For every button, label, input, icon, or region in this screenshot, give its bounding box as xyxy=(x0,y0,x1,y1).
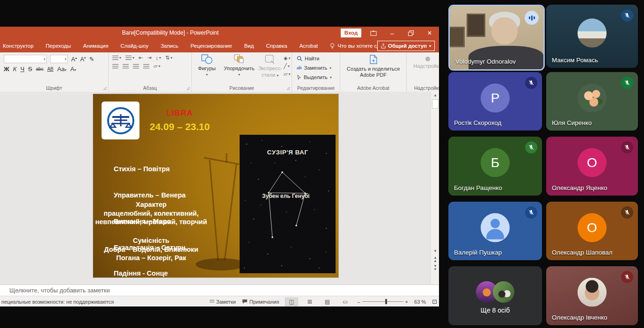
decrease-indent-icon[interactable]: ⇤ xyxy=(139,55,143,61)
character-spacing-button[interactable]: АВ xyxy=(47,66,53,72)
replace-button[interactable]: ab Заменить ▾ xyxy=(292,63,340,73)
align-center-button[interactable] xyxy=(123,64,129,69)
participant-tile[interactable]: Валерій Пушкар xyxy=(448,202,542,260)
next-slide-button[interactable]: ▼ xyxy=(433,268,437,271)
restore-button[interactable] xyxy=(402,27,420,39)
zoom-in-button[interactable]: + xyxy=(405,299,408,305)
subscript-button[interactable]: abc xyxy=(36,66,44,72)
grow-font-button[interactable]: А▴ xyxy=(71,56,77,63)
addins-group: Надстройки Надстройки xyxy=(407,52,439,92)
minimize-button[interactable]: – xyxy=(383,27,402,39)
line-spacing-button[interactable]: ↕▾ xyxy=(155,55,161,61)
create-pdf-button[interactable]: Создать и поделиться Adobe PDF xyxy=(340,52,406,78)
zoom-out-button[interactable]: – xyxy=(357,299,360,305)
slide-canvas[interactable]: LIBRA 24.09 – 23.10 Стихія – Повітря Упр… xyxy=(0,92,431,284)
tab-view[interactable]: Вид xyxy=(244,43,254,49)
text-direction-button[interactable]: ⇅▾ xyxy=(165,55,172,61)
previous-slide-button[interactable]: ▲ xyxy=(433,259,437,262)
login-button[interactable]: Вход xyxy=(341,29,361,37)
mic-muted-icon xyxy=(621,9,633,22)
tab-help[interactable]: Справка xyxy=(266,43,287,49)
slide-sorter-view-button[interactable]: ⊞ xyxy=(304,298,315,306)
participant-name: Максим Ромась xyxy=(552,57,598,64)
cursor-icon xyxy=(297,74,301,80)
notes-toggle[interactable]: Заметки xyxy=(210,299,236,305)
overflow-count: Ще 8 осіб xyxy=(448,306,542,314)
libra-sign-icon xyxy=(102,102,139,139)
scroll-up-icon[interactable]: ▲ xyxy=(433,93,437,97)
participant-tile[interactable]: Volodymyr Odnoralov xyxy=(448,5,545,71)
avatar: О xyxy=(578,213,607,242)
dialog-launcher-icon[interactable]: ◿ xyxy=(103,86,106,90)
ribbon-display-options-icon[interactable] xyxy=(364,27,383,39)
addins-button[interactable]: Надстройки xyxy=(407,52,439,69)
reading-view-button[interactable]: ▤ xyxy=(322,298,333,306)
select-button[interactable]: Выделить ▾ xyxy=(292,73,340,82)
fit-to-window-icon[interactable]: ⊡ xyxy=(432,298,437,305)
vertical-scrollbar[interactable]: ▲ ▼ ▲ ▲ ▼ ▼ xyxy=(431,92,439,284)
align-right-button[interactable] xyxy=(133,64,139,69)
overflow-tile[interactable]: Ще 8 осіб xyxy=(448,266,542,325)
window-title: Ваги[Compatibility Mode] - PowerPoint xyxy=(0,27,341,39)
tab-slideshow[interactable]: Слайд-шоу xyxy=(121,43,149,49)
participant-tile[interactable]: Юля Сиренко xyxy=(546,72,638,131)
font-name-combo[interactable]: ▾ xyxy=(4,55,47,63)
dialog-launcher-icon[interactable]: ◿ xyxy=(287,86,290,90)
mic-muted-icon xyxy=(621,77,633,89)
avatar xyxy=(481,213,510,242)
participant-name: Олександр Івченко xyxy=(552,314,607,321)
change-case-button[interactable]: Aa▾ xyxy=(57,66,66,73)
comments-toggle[interactable]: Примечания xyxy=(242,299,279,305)
normal-view-button[interactable]: ◫ xyxy=(285,298,298,306)
font-size-combo[interactable]: ▾ xyxy=(50,55,68,63)
underline-button[interactable]: Ч xyxy=(20,66,24,73)
shapes-icon xyxy=(201,54,212,65)
tab-transitions[interactable]: Переходы xyxy=(46,43,71,49)
zoom-slider-thumb[interactable] xyxy=(385,299,387,304)
bullets-button[interactable]: ▾ xyxy=(112,56,121,60)
tab-acrobat[interactable]: Acrobat xyxy=(300,43,318,49)
participant-tile[interactable]: О Олександр Шаповал xyxy=(546,202,638,260)
font-color-button[interactable]: А▾ xyxy=(70,66,76,73)
constellation-title: СУЗІР'Я ВАГ xyxy=(240,149,336,156)
participant-tile[interactable]: Б Богдан Ращенко xyxy=(448,137,542,196)
italic-button[interactable]: К xyxy=(13,66,17,73)
dialog-launcher-icon[interactable]: ◿ xyxy=(187,86,190,90)
close-button[interactable]: × xyxy=(420,27,439,39)
tab-record[interactable]: Запись xyxy=(161,43,178,49)
notes-pane[interactable]: Щелкните, чтобы добавить заметки xyxy=(0,284,439,296)
shape-outline-button[interactable]: ╱▾ xyxy=(284,63,290,69)
zoom-control: – + xyxy=(357,299,408,305)
participant-tile[interactable]: Олександр Івченко xyxy=(546,266,638,325)
shrink-font-button[interactable]: А▾ xyxy=(80,56,86,63)
scroll-down-icon[interactable]: ▼ xyxy=(433,249,437,253)
slide[interactable]: LIBRA 24.09 – 23.10 Стихія – Повітря Упр… xyxy=(93,94,338,277)
slideshow-button[interactable]: ▭ xyxy=(339,298,351,306)
tab-design[interactable]: Конструктор xyxy=(3,43,34,49)
bold-button[interactable]: Ж xyxy=(4,66,9,73)
participant-name: Volodymyr Odnoralov xyxy=(455,58,516,65)
slide-title: LIBRA xyxy=(93,109,266,118)
notes-icon xyxy=(210,300,214,304)
find-button[interactable]: Найти xyxy=(292,54,340,63)
shape-fill-button[interactable]: ◈▾ xyxy=(284,55,290,61)
numbering-button[interactable]: ▾ xyxy=(125,56,134,60)
strikethrough-button[interactable]: S xyxy=(28,66,32,73)
shape-effects-button[interactable]: ▱▾ xyxy=(284,71,290,77)
zoom-slider[interactable] xyxy=(362,301,403,302)
zoom-level[interactable]: 63 % xyxy=(414,299,426,305)
participant-tile[interactable]: Максим Ромась xyxy=(546,5,638,68)
share-button[interactable]: Общий доступ ▾ xyxy=(377,41,435,51)
columns-button[interactable]: ▱▾ xyxy=(154,63,160,69)
overflow-avatars xyxy=(476,281,514,303)
search-icon xyxy=(297,56,302,61)
align-left-button[interactable] xyxy=(112,64,118,69)
scrollbar-thumb[interactable] xyxy=(432,99,439,109)
justify-button[interactable] xyxy=(143,64,149,69)
tab-animations[interactable]: Анимация xyxy=(83,43,109,49)
participant-tile[interactable]: О Олександр Яценко xyxy=(546,137,638,196)
tab-review[interactable]: Рецензирование xyxy=(190,43,232,49)
increase-indent-icon[interactable]: ⇥ xyxy=(147,55,151,61)
participant-tile[interactable]: Р Ростік Скороход xyxy=(448,72,542,131)
clear-format-icon[interactable]: ✎ xyxy=(89,56,94,63)
